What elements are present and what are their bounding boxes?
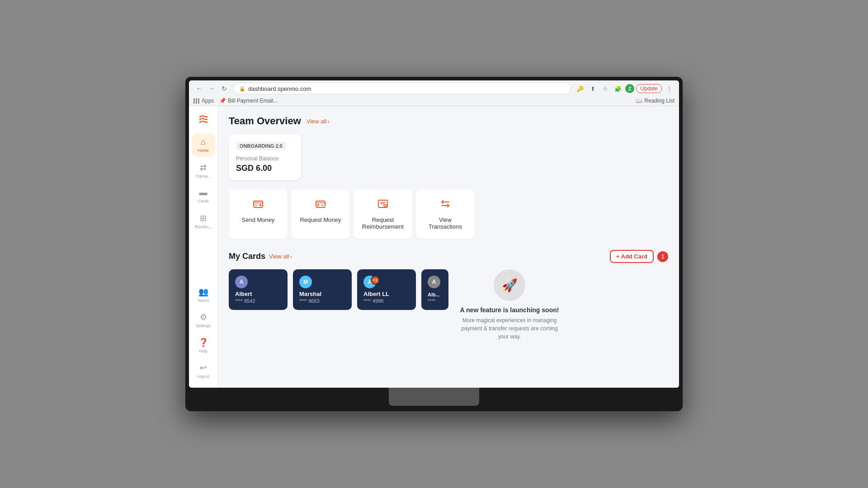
announce-icon: 🚀 — [494, 269, 525, 301]
sidebar-item-home[interactable]: ⌂ Home — [192, 133, 215, 157]
svg-rect-1 — [255, 205, 257, 206]
notification-badge: 1 — [657, 251, 668, 262]
sidebar-help-label: Help — [199, 349, 208, 353]
update-button[interactable]: Update — [636, 84, 662, 93]
marshal-number: **** 9663 — [299, 298, 345, 304]
reading-list[interactable]: 📖 Reading List — [636, 98, 675, 104]
back-button[interactable]: ← — [193, 83, 204, 94]
send-money-icon — [253, 198, 264, 212]
view-transactions-label: View Transactions — [423, 216, 467, 230]
add-card-button[interactable]: + Add Card — [610, 250, 654, 263]
sidebar-item-transactions[interactable]: ⇄ Transa... — [192, 159, 215, 182]
albert-ll-name: Albert LL — [363, 291, 410, 297]
marshal-name: Marshal — [299, 291, 345, 297]
albert-ll-card-info: Albert LL **** 4986 — [363, 291, 410, 304]
announce-description: More magical experiences in managing pay… — [458, 316, 561, 341]
feature-announce: 🚀 A new feature is launching soon! More … — [458, 269, 561, 341]
logout-icon: ↩ — [200, 363, 207, 373]
star-icon[interactable]: ☆ — [600, 83, 611, 94]
sidebar-item-help[interactable]: ❓ Help — [192, 333, 215, 357]
url-text: dashboard.spenmo.com — [248, 85, 565, 92]
request-money-icon — [315, 198, 326, 212]
apps-label: Apps — [202, 98, 214, 104]
svg-rect-0 — [254, 201, 263, 207]
albert-avatar: A — [235, 276, 248, 288]
card-marshal[interactable]: M Marshal **** 9663 — [293, 269, 352, 310]
request-reimbursement-action[interactable]: Request Reimbursement — [354, 189, 412, 239]
cards-header: My Cards View all › + Add Card 1 — [229, 250, 668, 263]
monitor-stand — [389, 388, 479, 406]
svg-rect-2 — [316, 201, 325, 207]
home-icon: ⌂ — [201, 137, 206, 147]
sidebar-item-logout[interactable]: ↩ Logout — [192, 359, 215, 382]
sidebar-logo[interactable] — [195, 112, 212, 128]
sidebar: ⌂ Home ⇄ Transa... ▬ Cards ⊞ Reimbu... — [189, 106, 218, 388]
share-icon[interactable]: ⬆ — [587, 83, 598, 94]
bookmark-icon: 📌 — [219, 98, 226, 104]
quick-actions: Send Money Request Money — [229, 189, 668, 239]
bookmarks-bar: Apps 📌 Bill Payment Email... 📖 Reading L… — [189, 97, 679, 106]
reimbursements-icon: ⊞ — [200, 213, 207, 223]
key-icon[interactable]: 🔑 — [575, 83, 585, 94]
card-albert-ll[interactable]: A +1 Albert LL **** 4986 — [357, 269, 416, 310]
transactions-icon: ⇄ — [200, 163, 207, 173]
send-money-action[interactable]: Send Money — [229, 189, 288, 239]
sidebar-reimbursements-label: Reimbu... — [194, 225, 212, 229]
bill-payment-bookmark[interactable]: 📌 Bill Payment Email... — [219, 98, 278, 104]
sidebar-settings-label: Settings — [196, 324, 211, 328]
partial-card-info: Alb... **** — [428, 292, 442, 304]
view-transactions-action[interactable]: View Transactions — [416, 189, 475, 239]
albert-ll-number: **** 4986 — [363, 298, 410, 304]
sidebar-cards-label: Cards — [198, 199, 208, 203]
team-overview-header: Team Overview View all › — [229, 115, 668, 127]
nav-buttons: ← → ↻ — [193, 83, 230, 94]
my-cards-section: My Cards View all › + Add Card 1 — [229, 250, 668, 341]
apps-bookmark[interactable]: Apps — [193, 98, 214, 104]
my-cards-title: My Cards — [229, 252, 265, 261]
browser-toolbar: ← → ↻ 🔒 dashboard.spenmo.com 🔑 ⬆ ☆ 🧩 Z U… — [189, 80, 679, 97]
sidebar-logout-label: Logout — [197, 374, 210, 379]
albert-card-info: Albert **** 8542 — [235, 291, 281, 304]
send-money-label: Send Money — [242, 216, 275, 223]
cards-icon: ▬ — [199, 188, 208, 197]
cards-view-all[interactable]: View all › — [269, 253, 292, 260]
team-overview-title: Team Overview — [229, 115, 301, 127]
card-partial[interactable]: A Alb... **** — [421, 269, 448, 310]
forward-button[interactable]: → — [206, 83, 217, 94]
request-reimbursement-label: Request Reimbursement — [361, 216, 405, 230]
cards-and-announce: A Albert **** 8542 M Marshal — [229, 269, 668, 341]
cards-view-all-label: View all — [269, 253, 289, 260]
account-card[interactable]: ONBOARDING 2.0 Personal Balance SGD 6.00 — [229, 134, 301, 180]
balance-label: Personal Balance — [236, 155, 294, 162]
plus-badge: +1 — [371, 276, 380, 285]
cards-chevron-icon: › — [290, 253, 292, 260]
address-bar[interactable]: 🔒 dashboard.spenmo.com — [233, 83, 571, 94]
sidebar-item-cards[interactable]: ▬ Cards — [192, 184, 215, 207]
browser-chrome: ← → ↻ 🔒 dashboard.spenmo.com 🔑 ⬆ ☆ 🧩 Z U… — [189, 80, 679, 106]
lock-icon: 🔒 — [239, 86, 245, 92]
albert-number: **** 8542 — [235, 298, 281, 304]
extensions-icon[interactable]: 🧩 — [613, 83, 623, 94]
sidebar-item-reimbursements[interactable]: ⊞ Reimbu... — [192, 209, 215, 233]
monitor: ← → ↻ 🔒 dashboard.spenmo.com 🔑 ⬆ ☆ 🧩 Z U… — [185, 77, 683, 411]
request-money-label: Request Money — [300, 216, 341, 223]
main-content: Team Overview View all › ONBOARDING 2.0 … — [218, 106, 679, 388]
help-icon: ❓ — [198, 338, 208, 347]
balance-amount: SGD 6.00 — [236, 164, 294, 173]
profile-button[interactable]: Z — [625, 84, 634, 93]
menu-icon[interactable]: ⋮ — [664, 83, 675, 94]
announce-title: A new feature is launching soon! — [460, 306, 559, 314]
account-tag: ONBOARDING 2.0 — [236, 142, 286, 150]
sidebar-item-settings[interactable]: ⚙ Settings — [192, 308, 215, 332]
reading-list-icon: 📖 — [636, 98, 642, 104]
albert-name: Albert — [235, 291, 281, 297]
view-transactions-icon — [440, 198, 451, 212]
partial-name: Alb... — [428, 292, 442, 297]
request-money-action[interactable]: Request Money — [291, 189, 350, 239]
sidebar-item-teams[interactable]: 👥 Teams — [192, 283, 215, 306]
partial-number: **** — [428, 298, 442, 304]
card-albert[interactable]: A Albert **** 8542 — [229, 269, 288, 310]
sidebar-transactions-label: Transa... — [195, 174, 211, 178]
reload-button[interactable]: ↻ — [219, 83, 230, 94]
team-overview-view-all[interactable]: View all › — [307, 118, 330, 125]
